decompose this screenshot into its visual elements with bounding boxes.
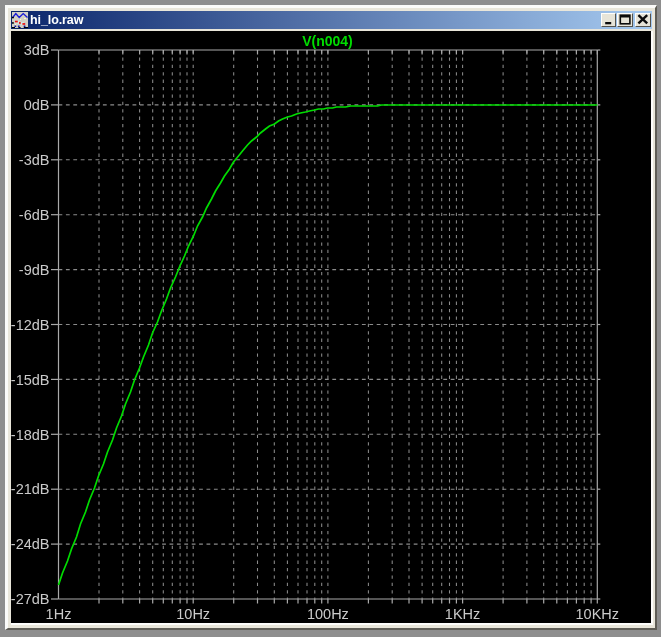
svg-text:1Hz: 1Hz	[45, 606, 71, 622]
svg-text:V(n004): V(n004)	[302, 33, 353, 49]
svg-text:1KHz: 1KHz	[444, 606, 479, 622]
svg-text:-18dB: -18dB	[11, 427, 50, 443]
svg-text:-21dB: -21dB	[11, 481, 50, 497]
svg-text:-12dB: -12dB	[11, 317, 50, 333]
svg-text:3dB: 3dB	[23, 42, 49, 58]
svg-text:-3dB: -3dB	[18, 152, 49, 168]
svg-text:-15dB: -15dB	[11, 372, 50, 388]
svg-text:-9dB: -9dB	[18, 262, 49, 278]
svg-text:0dB: 0dB	[23, 97, 49, 113]
svg-text:-27dB: -27dB	[11, 591, 50, 607]
svg-text:-24dB: -24dB	[11, 536, 50, 552]
svg-text:100Hz: 100Hz	[306, 606, 348, 622]
svg-text:10KHz: 10KHz	[575, 606, 619, 622]
svg-text:-6dB: -6dB	[18, 207, 49, 223]
svg-text:10Hz: 10Hz	[176, 606, 210, 622]
